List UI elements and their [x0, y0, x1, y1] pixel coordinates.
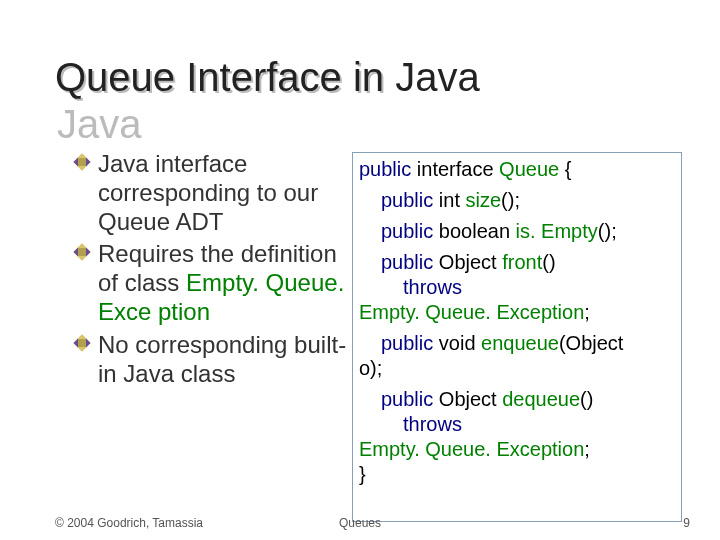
bullet-text: Java interface corresponding to our Queu…: [98, 150, 318, 235]
copyright: © 2004 Goodrich, Tamassia: [55, 516, 203, 530]
page-number: 9: [683, 516, 690, 530]
code-text: {: [559, 158, 571, 180]
id-queue: Queue: [499, 158, 559, 180]
code-line: Empty. Queue. Exception;: [359, 300, 675, 325]
title-text: Queue Interface in Java: [55, 55, 480, 99]
kw-public: public: [381, 251, 433, 273]
code-text: void: [433, 332, 481, 354]
code-text: Object: [433, 388, 502, 410]
code-text: ;: [584, 438, 590, 460]
diamond-bullet-icon: [74, 154, 91, 171]
code-text: ;: [584, 301, 590, 323]
kw-public: public: [381, 189, 433, 211]
kw-throws: throws: [403, 276, 462, 298]
kw-public: public: [359, 158, 411, 180]
code-line: public boolean is. Empty();: [359, 219, 675, 244]
slide-title: Queue Interface in Java Queue Interface …: [55, 55, 480, 100]
code-line: throws: [359, 412, 675, 437]
code-text: interface: [411, 158, 499, 180]
id-exception: Empty. Queue. Exception: [359, 438, 584, 460]
bullet-list: Java interface corresponding to our Queu…: [80, 150, 350, 392]
code-line: Empty. Queue. Exception;: [359, 437, 675, 462]
code-box: public interface Queue { public int size…: [352, 152, 682, 522]
diamond-bullet-icon: [74, 334, 91, 351]
id-front: front: [502, 251, 542, 273]
code-text: Object: [433, 251, 502, 273]
code-line: public Object front(): [359, 250, 675, 275]
code-text: ();: [501, 189, 520, 211]
code-text: (Object: [559, 332, 623, 354]
bullet-item: No corresponding built-in Java class: [80, 331, 350, 389]
id-enqueue: enqueue: [481, 332, 559, 354]
kw-public: public: [381, 220, 433, 242]
code-line: public void enqueue(Object: [359, 331, 675, 356]
code-text: ();: [598, 220, 617, 242]
code-line: public int size();: [359, 188, 675, 213]
code-line: public interface Queue {: [359, 157, 675, 182]
code-brace: }: [359, 463, 366, 485]
code-text: (): [580, 388, 593, 410]
kw-public: public: [381, 332, 433, 354]
id-isempty: is. Empty: [516, 220, 598, 242]
id-exception: Empty. Queue. Exception: [359, 301, 584, 323]
code-text: (): [542, 251, 555, 273]
code-text: int: [433, 189, 465, 211]
code-text: boolean: [433, 220, 515, 242]
bullet-item: Java interface corresponding to our Queu…: [80, 150, 350, 236]
code-line: }: [359, 462, 675, 487]
kw-throws: throws: [403, 413, 462, 435]
code-param: o);: [359, 357, 382, 379]
bullet-text: No corresponding built-in Java class: [98, 331, 346, 387]
code-line: throws: [359, 275, 675, 300]
diamond-bullet-icon: [74, 244, 91, 261]
footer-center: Queues: [339, 516, 381, 530]
code-line: public Object dequeue(): [359, 387, 675, 412]
kw-public: public: [381, 388, 433, 410]
id-dequeue: dequeue: [502, 388, 580, 410]
id-size: size: [466, 189, 502, 211]
bullet-item: Requires the definition of class Empty. …: [80, 240, 350, 326]
code-line: o);: [359, 356, 675, 381]
